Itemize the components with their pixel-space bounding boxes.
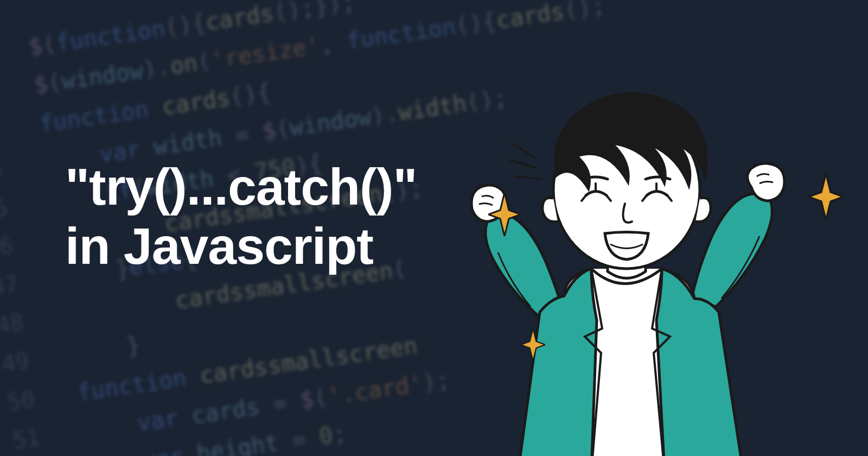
svg-line-1	[510, 160, 537, 168]
sparkle-icon	[488, 193, 521, 236]
title-line-2: in Javascript	[65, 217, 417, 276]
sparkle-icon	[808, 174, 844, 220]
title-line-1: "try()...catch()"	[65, 157, 417, 217]
svg-line-2	[515, 176, 540, 179]
celebrating-person-illustration	[423, 81, 803, 456]
sparkle-icon	[521, 328, 545, 361]
svg-line-0	[513, 144, 534, 157]
main-title: "try()...catch()" in Javascript	[65, 157, 417, 276]
